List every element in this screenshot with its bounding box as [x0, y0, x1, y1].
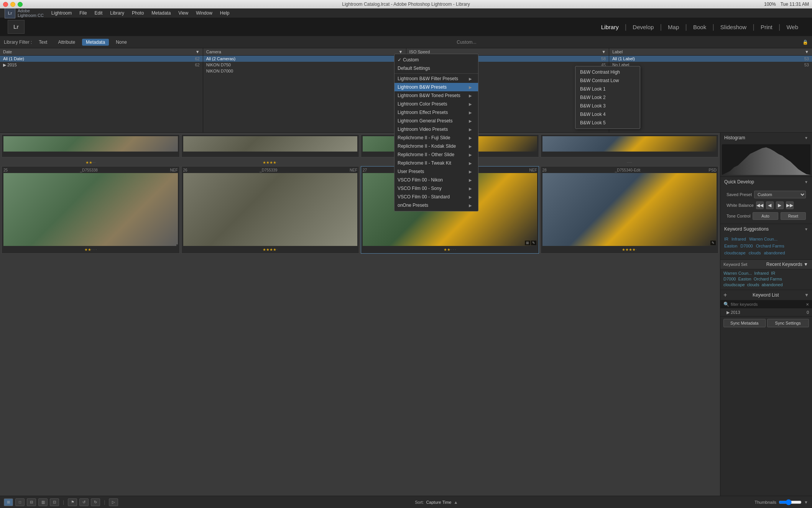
- sync-metadata-btn[interactable]: Sync Metadata: [723, 319, 766, 327]
- photo-cell-top-2[interactable]: [181, 134, 360, 157]
- kw-tag-easton[interactable]: Easton: [723, 243, 738, 249]
- photo-cell-26[interactable]: 26 _D755339 NEF ★★★★·: [181, 166, 360, 254]
- close-button[interactable]: [3, 2, 8, 7]
- filter-lock-icon[interactable]: 🔒: [802, 40, 808, 45]
- filter-text-btn[interactable]: Text: [35, 39, 51, 46]
- preset-item-bw-toned[interactable]: Lightroom B&W Toned Presets ▶: [394, 91, 478, 100]
- kw-grid-cloudscape[interactable]: cloudscape: [723, 282, 745, 287]
- preset-item-video[interactable]: Lightroom Video Presets ▶: [394, 125, 478, 134]
- kw-tag-warren[interactable]: Warren Coun...: [748, 236, 778, 242]
- photo-cell-top-4[interactable]: [541, 134, 719, 157]
- bw-preset-look1[interactable]: B&W Look 1: [575, 85, 640, 93]
- preset-item-color[interactable]: Lightroom Color Presets ▶: [394, 100, 478, 108]
- keyword-filter-clear-icon[interactable]: ✕: [806, 302, 809, 307]
- preset-item-onone[interactable]: onOne Presets ▶: [394, 201, 478, 209]
- filter-col-date-header[interactable]: Date ▼: [0, 48, 203, 56]
- bw-preset-look5[interactable]: B&W Look 5: [575, 119, 640, 127]
- wb-prev-btn[interactable]: ◀◀: [756, 201, 764, 209]
- preset-item-bw-filter[interactable]: Lightroom B&W Filter Presets ▶: [394, 74, 478, 83]
- preset-item-user[interactable]: User Presets ▶: [394, 167, 478, 176]
- recent-keywords-btn[interactable]: Recent Keywords ▼: [766, 261, 809, 267]
- sort-direction-icon[interactable]: ▲: [454, 500, 458, 505]
- nav-web[interactable]: Web: [780, 18, 804, 36]
- thumbnails-down-btn[interactable]: ▼: [804, 500, 808, 505]
- nav-slideshow[interactable]: Slideshow: [714, 18, 753, 36]
- menu-window[interactable]: Window: [193, 10, 215, 16]
- view-rotate-right-btn[interactable]: ↻: [91, 498, 100, 506]
- preset-item-vsco-sony[interactable]: VSCO Film 00 - Sony ▶: [394, 184, 478, 193]
- preset-item-effect[interactable]: Lightroom Effect Presets ▶: [394, 108, 478, 117]
- preset-item-repli-fuji[interactable]: Replichrome II - Fuji Slide ▶: [394, 134, 478, 142]
- histogram-header[interactable]: Histogram ▼: [720, 133, 812, 143]
- preset-item-bw-presets[interactable]: Lightroom B&W Presets ▶: [394, 83, 478, 91]
- filter-custom[interactable]: Custom...: [457, 40, 476, 45]
- menu-library[interactable]: Library: [107, 10, 127, 16]
- preset-item-general[interactable]: Lightroom General Presets ▶: [394, 117, 478, 125]
- wb-back-btn[interactable]: ◀: [766, 201, 774, 209]
- filter-row-all-labels[interactable]: All (1 Label) 53: [609, 56, 812, 62]
- nav-develop[interactable]: Develop: [626, 18, 660, 36]
- kw-grid-orchard[interactable]: Orchard Farms: [754, 277, 782, 281]
- kw-tag-cloudscape[interactable]: cloudscape: [723, 250, 746, 256]
- preset-item-repli-kodak[interactable]: Replichrome II - Kodak Slide ▶: [394, 142, 478, 150]
- window-controls[interactable]: [3, 2, 23, 7]
- filter-attribute-btn[interactable]: Attribute: [54, 39, 79, 46]
- view-rotate-left-btn[interactable]: ↺: [79, 498, 89, 506]
- view-slideshow-btn[interactable]: ▷: [109, 498, 118, 506]
- photo-cell-28[interactable]: 28 _D755340-Edit PSD ✎ ★★★★·: [541, 166, 719, 254]
- nav-book[interactable]: Book: [687, 18, 712, 36]
- view-people-btn[interactable]: ⊡: [50, 498, 59, 506]
- menu-edit[interactable]: Edit: [92, 10, 106, 16]
- sync-settings-btn[interactable]: Sync Settings: [767, 319, 809, 327]
- kw-grid-easton[interactable]: Easton: [738, 277, 751, 281]
- filter-row-d750[interactable]: NIKON D750 58: [203, 62, 406, 68]
- filter-row-2015[interactable]: ▶ 2015 62: [0, 62, 203, 68]
- bw-preset-contrast-high[interactable]: B&W Contrast High: [575, 68, 640, 76]
- bw-preset-look3[interactable]: B&W Look 3: [575, 102, 640, 110]
- kw-grid-ir[interactable]: IR: [771, 271, 775, 275]
- kw-grid-infrared[interactable]: Infrared: [754, 271, 769, 275]
- kw-tag-orchard[interactable]: Orchard Farms: [755, 243, 785, 249]
- saved-preset-select[interactable]: Custom: [754, 191, 806, 198]
- tone-auto-btn[interactable]: Auto: [753, 212, 778, 220]
- tone-reset-btn[interactable]: Reset: [781, 212, 806, 220]
- wb-fwd-btn[interactable]: ▶: [776, 201, 784, 209]
- kw-tag-d7000[interactable]: D7000: [740, 243, 753, 249]
- view-loupe-btn[interactable]: □: [15, 498, 25, 506]
- thumbnail-size-slider[interactable]: [779, 499, 802, 505]
- view-grid-btn[interactable]: ⊞: [4, 498, 13, 506]
- maximize-button[interactable]: [18, 2, 23, 7]
- keyword-filter-input[interactable]: [731, 302, 806, 307]
- minimize-button[interactable]: [10, 2, 15, 7]
- preset-item-repli-other[interactable]: Replichrome II - Other Slide ▶: [394, 150, 478, 159]
- menu-file[interactable]: File: [76, 10, 90, 16]
- menu-lightroom[interactable]: Lightroom: [48, 10, 75, 16]
- filter-metadata-btn[interactable]: Metadata: [82, 39, 109, 46]
- kw-tag-infrared[interactable]: Infrared: [731, 236, 747, 242]
- photo-cell-top-1[interactable]: [2, 134, 180, 157]
- menu-help[interactable]: Help: [217, 10, 233, 16]
- bw-preset-contrast-low[interactable]: B&W Contrast Low: [575, 76, 640, 85]
- preset-item-default[interactable]: Default Settings: [394, 64, 478, 73]
- keyword-suggestions-header[interactable]: Keyword Suggestions ▼: [720, 224, 812, 234]
- filter-col-label-header[interactable]: Label ▼: [609, 48, 812, 56]
- keyword-list-arrow[interactable]: ▼: [804, 292, 809, 298]
- preset-item-vsco-standard[interactable]: VSCO Film 00 - Standard ▶: [394, 193, 478, 201]
- bw-preset-look4[interactable]: B&W Look 4: [575, 110, 640, 119]
- keyword-list-year-2013[interactable]: ▶ 2013 0: [720, 309, 812, 316]
- wb-next-btn[interactable]: ▶▶: [786, 201, 794, 209]
- filter-row-all-dates[interactable]: All (1 Date) 62: [0, 56, 203, 62]
- menu-photo[interactable]: Photo: [129, 10, 147, 16]
- kw-tag-ir[interactable]: IR: [723, 236, 729, 242]
- nav-print[interactable]: Print: [754, 18, 779, 36]
- kw-tag-abandoned[interactable]: abandoned: [763, 250, 786, 256]
- preset-item-custom[interactable]: ✓Custom: [394, 56, 478, 64]
- kw-tag-clouds[interactable]: clouds: [748, 250, 762, 256]
- preset-item-vsco-nikon[interactable]: VSCO Film 00 - Nikon ▶: [394, 176, 478, 184]
- view-flag-btn[interactable]: ⚑: [68, 498, 77, 506]
- nav-map[interactable]: Map: [662, 18, 685, 36]
- filter-col-camera-header[interactable]: Camera ▼: [203, 48, 406, 56]
- view-compare-btn[interactable]: ⊟: [27, 498, 36, 506]
- filter-row-all-cameras[interactable]: All (2 Cameras) 62: [203, 56, 406, 62]
- kw-grid-abandoned[interactable]: abandoned: [761, 282, 782, 287]
